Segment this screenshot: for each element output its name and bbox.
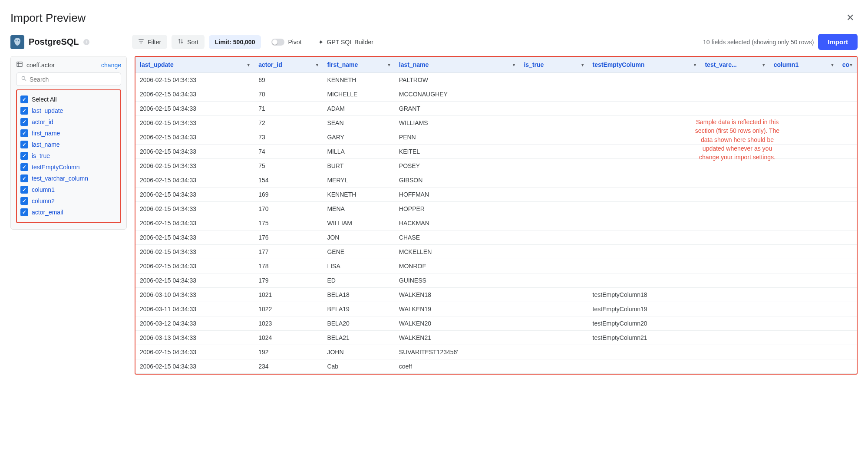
column-header-last_name[interactable]: last_name▼: [395, 57, 520, 73]
field-label: column2: [32, 198, 55, 204]
cell-last_name: PENN: [395, 130, 520, 145]
field-select-all[interactable]: ✓ Select All: [20, 94, 118, 105]
cell-test_varchar: [700, 173, 769, 188]
cell-is_true: [519, 159, 588, 173]
cell-actor_id: 1024: [254, 331, 323, 345]
column-label: column1: [774, 61, 799, 68]
cell-column2: [838, 331, 857, 345]
column-header-is_true[interactable]: is_true▼: [519, 57, 588, 73]
field-checkbox-first_name[interactable]: ✓first_name: [20, 128, 118, 139]
cell-first_name: BELA21: [323, 331, 394, 345]
cell-column1: [769, 302, 838, 316]
cell-column1: [769, 316, 838, 331]
cell-column1: [769, 188, 838, 202]
import-button[interactable]: Import: [818, 34, 858, 50]
selected-table-name: coeff.actor: [26, 62, 55, 69]
field-checkbox-test_varchar_column[interactable]: ✓test_varchar_column: [20, 173, 118, 184]
checkbox-checked-icon: ✓: [20, 129, 28, 137]
cell-first_name: LISA: [323, 259, 394, 273]
column-header-first_name[interactable]: first_name▼: [323, 57, 394, 73]
cell-last_name: POSEY: [395, 159, 520, 173]
cell-is_true: [519, 331, 588, 345]
cell-last_update: 2006-02-15 04:34:33: [135, 188, 254, 202]
cell-testEmptyColumn: testEmptyColumn18: [588, 288, 701, 302]
cell-actor_id: 74: [254, 145, 323, 159]
cell-test_varchar: [700, 87, 769, 102]
cell-test_varchar: [700, 230, 769, 245]
column-header-column1[interactable]: column1▼: [769, 57, 838, 73]
cell-first_name: MENA: [323, 202, 394, 216]
cell-actor_id: 75: [254, 159, 323, 173]
cell-is_true: [519, 216, 588, 230]
svg-point-0: [16, 40, 17, 41]
cell-testEmptyColumn: [588, 145, 701, 159]
cell-last_name: coeff: [395, 359, 520, 374]
gpt-sql-builder-button[interactable]: ✦ GPT SQL Builder: [312, 35, 380, 49]
chevron-down-icon: ▼: [693, 63, 697, 67]
field-checkbox-column1[interactable]: ✓column1: [20, 184, 118, 195]
field-checkbox-testEmptyColumn[interactable]: ✓testEmptyColumn: [20, 161, 118, 173]
cell-is_true: [519, 288, 588, 302]
checkbox-checked-icon: ✓: [20, 141, 28, 148]
column-header-actor_id[interactable]: actor_id▼: [254, 57, 323, 73]
close-icon[interactable]: ✕: [843, 10, 858, 25]
field-checklist: ✓ Select All ✓last_update✓actor_id✓first…: [16, 89, 121, 223]
cell-last_update: 2006-02-15 04:34:33: [135, 202, 254, 216]
chevron-down-icon: ▼: [581, 63, 585, 67]
cell-first_name: BELA20: [323, 316, 394, 331]
column-header-testEmptyColumn[interactable]: testEmptyColumn▼: [588, 57, 701, 73]
chevron-down-icon: ▼: [762, 63, 766, 67]
cell-column2: [838, 116, 857, 130]
cell-last_name: WALKEN20: [395, 316, 520, 331]
cell-last_update: 2006-02-15 04:34:33: [135, 359, 254, 374]
cell-actor_id: 73: [254, 130, 323, 145]
field-checkbox-column2[interactable]: ✓column2: [20, 195, 118, 207]
field-search[interactable]: [16, 72, 121, 86]
cell-column1: [769, 202, 838, 216]
column-header-last_update[interactable]: last_update▼: [135, 57, 254, 73]
sort-button[interactable]: Sort: [172, 35, 205, 49]
filter-button[interactable]: Filter: [132, 35, 167, 49]
column-label: actor_id: [258, 61, 282, 68]
page-title: Import Preview: [10, 11, 86, 25]
select-all-label: Select All: [32, 96, 57, 103]
search-input[interactable]: [30, 76, 116, 83]
limit-button[interactable]: Limit: 500,000: [209, 35, 261, 49]
cell-last_name: MCCONAUGHEY: [395, 87, 520, 102]
cell-actor_id: 234: [254, 359, 323, 374]
change-table-link[interactable]: change: [101, 62, 121, 69]
info-icon[interactable]: i: [83, 39, 89, 45]
annotation-overlay: Sample data is reflected in this section…: [692, 118, 783, 161]
filter-icon: [138, 38, 144, 46]
cell-last_name: PALTROW: [395, 73, 520, 87]
cell-testEmptyColumn: [588, 173, 701, 188]
cell-is_true: [519, 73, 588, 87]
cell-column1: [769, 230, 838, 245]
pivot-toggle[interactable]: Pivot: [265, 35, 307, 49]
cell-column1: [769, 173, 838, 188]
cell-last_update: 2006-02-15 04:34:33: [135, 259, 254, 273]
cell-last_name: HOPPER: [395, 202, 520, 216]
limit-label: Limit: 500,000: [215, 39, 255, 46]
column-header-column2[interactable]: co▼: [838, 57, 857, 73]
field-checkbox-last_name[interactable]: ✓last_name: [20, 139, 118, 150]
search-icon: [21, 76, 27, 83]
column-header-test_varchar[interactable]: test_varc...▼: [700, 57, 769, 73]
cell-last_update: 2006-02-15 04:34:33: [135, 245, 254, 259]
field-checkbox-is_true[interactable]: ✓is_true: [20, 150, 118, 161]
cell-test_varchar: [700, 202, 769, 216]
cell-last_update: 2006-02-15 04:34:33: [135, 73, 254, 87]
gpt-label: GPT SQL Builder: [327, 39, 373, 46]
cell-column2: [838, 73, 857, 87]
chevron-down-icon: ▼: [830, 63, 835, 67]
field-checkbox-actor_id[interactable]: ✓actor_id: [20, 116, 118, 128]
cell-last_name: GRANT: [395, 102, 520, 116]
field-label: testEmptyColumn: [32, 164, 79, 171]
cell-test_varchar: [700, 259, 769, 273]
field-checkbox-last_update[interactable]: ✓last_update: [20, 105, 118, 116]
cell-last_update: 2006-02-15 04:34:33: [135, 102, 254, 116]
cell-actor_id: 176: [254, 230, 323, 245]
cell-test_varchar: [700, 302, 769, 316]
cell-is_true: [519, 130, 588, 145]
field-checkbox-actor_email[interactable]: ✓actor_email: [20, 207, 118, 218]
